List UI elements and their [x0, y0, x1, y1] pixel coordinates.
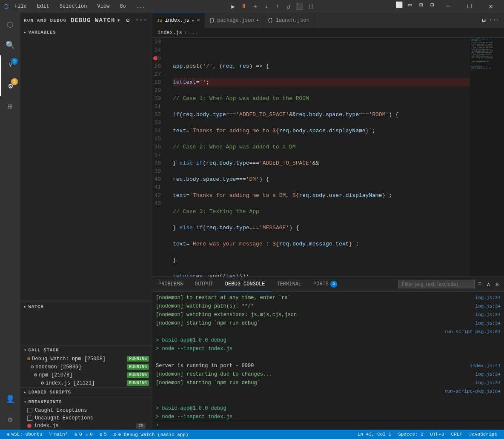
activity-debug[interactable]: ⚙ 1 [0, 76, 20, 96]
console-ref-0[interactable]: log.js:34 [475, 294, 501, 302]
status-position[interactable]: Ln 43, Col 1 [354, 430, 395, 439]
split-editor-btn[interactable]: ⊟ [481, 16, 486, 25]
language-label: JavaScript [469, 432, 497, 437]
breakpoint-indexjs[interactable]: index.js 25 [20, 422, 152, 430]
breakpoint-caught[interactable]: Caught Exceptions [20, 407, 152, 414]
console-ref-2[interactable]: log.js:34 [475, 311, 501, 319]
configure-btn[interactable]: ⚙ [124, 16, 132, 25]
call-stack-header[interactable]: ▾ CALL STACK [20, 345, 152, 355]
debug-restart-btn[interactable]: ↺ [284, 2, 293, 11]
uncaught-checkbox[interactable] [27, 416, 32, 421]
call-stack-item-2[interactable]: ⚙ npm [21078] RUNNING [20, 371, 152, 379]
status-spaces[interactable]: Spaces: 2 [395, 430, 427, 439]
panel-filter-input[interactable] [398, 280, 475, 288]
tab-debug-console[interactable]: DEBUG CONSOLE [219, 277, 271, 292]
call-stack-status-1: RUNNING [127, 364, 149, 370]
console-ref-8[interactable]: index.js:41 [470, 362, 501, 370]
layout-btn-4[interactable]: ⊡ [427, 0, 437, 9]
ln-36: 36 [152, 143, 164, 151]
watch-section-header[interactable]: ▸ WATCH [20, 302, 152, 311]
console-input-line: › [152, 420, 504, 430]
tab-launchjson[interactable]: {} launch.json [263, 13, 314, 28]
debug-continue-btn[interactable]: ▶ [228, 2, 238, 11]
loaded-scripts-header[interactable]: ▸ LOADED SCRIPTS [20, 388, 152, 397]
status-debug-session[interactable]: ⚙ ⚙ Debug Watch (basic-app) [110, 430, 192, 439]
debug-step-into-btn[interactable]: ↓ [261, 2, 271, 11]
status-line-ending[interactable]: CRLF [448, 430, 466, 439]
activity-scm[interactable]: ⑂ 5 [0, 55, 20, 76]
status-encoding[interactable]: UTF-8 [427, 430, 448, 439]
menu-view[interactable]: View [94, 3, 112, 10]
status-wsl[interactable]: ⊞ WSL: Ubuntu [3, 430, 46, 439]
console-ref-11[interactable]: run-script-pkg.js:64 [444, 388, 501, 395]
minimize-btn[interactable]: ─ [438, 0, 458, 13]
minimap-content: app.post('/', (req, res) => let text = '… [470, 38, 504, 72]
account-icon: 👤 [6, 394, 15, 404]
tab-packagejson-icon: {} [209, 18, 215, 23]
debug-pause-btn[interactable]: ⏸ [239, 2, 249, 11]
caught-checkbox[interactable] [27, 408, 32, 413]
call-stack-item-1[interactable]: ⚙ nodemon [25036] RUNNING [20, 363, 152, 371]
terminal-label: TERMINAL [277, 281, 301, 287]
debug-badge: 1 [11, 78, 18, 85]
console-output[interactable]: [nodemon] to restart at any time, enter … [152, 292, 504, 420]
status-language[interactable]: JavaScript [466, 430, 501, 439]
status-git[interactable]: ⑂ main* [46, 430, 71, 439]
tab-output[interactable]: OUTPUT [189, 277, 219, 292]
layout-btn-3[interactable]: ⊞ [416, 0, 426, 9]
layout-btn-1[interactable]: ⬜ [394, 0, 404, 9]
status-errors[interactable]: ⊗ 0 ⚠ 0 [71, 430, 96, 439]
menu-more[interactable]: ... [134, 3, 148, 10]
tab-terminal[interactable]: TERMINAL [271, 277, 307, 292]
ln-39: 39 [152, 167, 164, 175]
menu-file[interactable]: File [12, 3, 29, 10]
menu-go[interactable]: Go [117, 3, 128, 10]
menu-selection[interactable]: Selection [57, 3, 90, 10]
call-stack-name-0: Debug Watch: npm [25008] [32, 356, 106, 362]
gear-icon-0: ⚙ [27, 356, 30, 362]
debug-step-out-btn[interactable]: ↑ [272, 2, 282, 11]
variables-section-header[interactable]: ▸ VARIABLES [20, 28, 152, 37]
activity-explorer[interactable]: ⬡ [0, 14, 20, 35]
status-debug-count[interactable]: ⚙ 5 [96, 430, 110, 439]
collapse-panel-btn[interactable]: ∧ [485, 280, 492, 289]
maximize-btn[interactable]: □ [460, 0, 479, 13]
breakpoint-uncaught[interactable]: Uncaught Exceptions [20, 414, 152, 422]
debug-step-over-btn[interactable]: ↷ [250, 2, 260, 11]
tab-indexjs[interactable]: JS index.js ● × [152, 13, 205, 28]
layout-btn-2[interactable]: ▭ [405, 0, 415, 9]
tab-packagejson[interactable]: {} package.json ● [205, 13, 263, 28]
close-panel-btn[interactable]: ✕ [494, 280, 501, 289]
console-ref-3[interactable]: log.js:34 [475, 319, 501, 327]
minimap: app.post('/', (req, res) => let text = '… [470, 38, 504, 277]
console-ref-1[interactable]: log.js:34 [475, 302, 501, 310]
console-ref-4[interactable]: run-script-pkg.js:64 [444, 328, 501, 336]
gear-icon-1: ⚙ [31, 364, 34, 370]
tab-problems[interactable]: PROBLEMS [152, 277, 189, 292]
console-input[interactable] [160, 422, 501, 428]
console-text-9: [nodemon] restarting due to changes... [156, 371, 272, 378]
more-tabs-btn[interactable]: ··· [488, 16, 501, 25]
close-btn[interactable]: ✕ [481, 0, 501, 13]
warning-count: 0 [90, 432, 93, 437]
activity-search[interactable]: 🔍 [0, 35, 20, 55]
call-stack-item-0[interactable]: ⚙ Debug Watch: npm [25008] RUNNING [20, 355, 152, 363]
variables-area [20, 37, 152, 302]
activity-account[interactable]: 👤 [0, 389, 20, 409]
filter-mode-btn[interactable]: ≡ [476, 280, 483, 288]
activity-settings[interactable]: ⚙ [0, 409, 20, 430]
code-editor[interactable]: 23 24 25 26 27 28 29 30 31 32 33 34 35 [152, 38, 504, 277]
console-text-6: > node --inspect index.js [156, 345, 232, 353]
editor-panel-container: 23 24 25 26 27 28 29 30 31 32 33 34 35 [152, 38, 504, 430]
breakpoints-section-header[interactable]: ▾ BREAKPOINTS [20, 397, 152, 407]
activity-extensions[interactable]: ⊞ [0, 96, 20, 117]
debug-stop-btn[interactable]: ⬛ [295, 2, 304, 11]
call-stack-item-3[interactable]: ⚙ index.js [21121] RUNNING [20, 379, 152, 387]
more-actions-btn[interactable]: ··· [133, 16, 149, 25]
console-ref-9[interactable]: log.js:34 [475, 371, 501, 378]
menu-edit[interactable]: Edit [34, 3, 52, 10]
code-content[interactable]: app.post('/', (req, res) => { let text =… [169, 38, 470, 277]
tab-indexjs-close[interactable]: × [197, 17, 200, 24]
tab-ports[interactable]: PORTS 5 [307, 277, 343, 292]
console-ref-10[interactable]: log.js:34 [475, 379, 501, 387]
